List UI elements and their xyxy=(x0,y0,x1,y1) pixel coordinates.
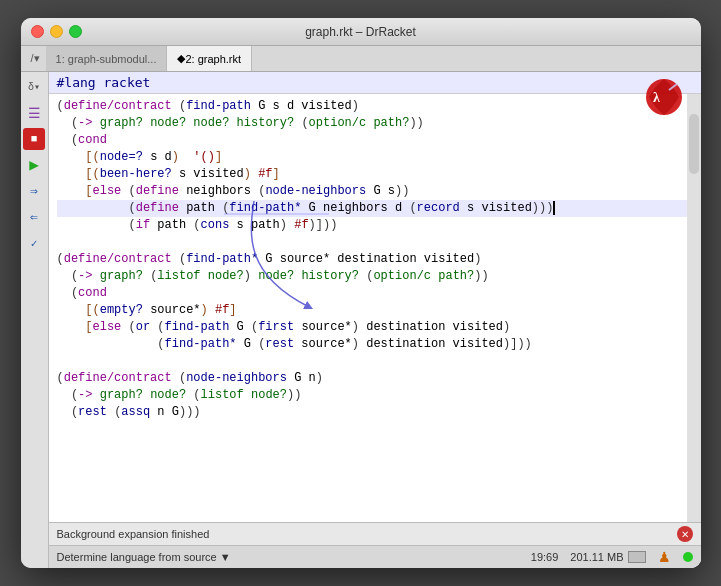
toggle-icon: /▾ xyxy=(31,52,40,65)
left-toolbar: δ▾ ☰ ■ ▶ ⇒ ⇐ ✓ xyxy=(21,72,49,568)
editor-area: λ #lang racket (define/contract (find-pa… xyxy=(49,72,701,568)
delta-button[interactable]: δ▾ xyxy=(23,76,45,98)
traffic-lights xyxy=(31,25,82,38)
status-message: Background expansion finished xyxy=(57,528,210,540)
status-text: Background expansion finished xyxy=(57,528,210,540)
code-line-11: (-> graph? (listof node?) node? history?… xyxy=(57,268,693,285)
check-syntax-button[interactable]: ✓ xyxy=(23,232,45,254)
status-indicator xyxy=(683,552,693,562)
code-line-19: (rest (assq n G))) xyxy=(57,404,693,421)
bottom-right-info: 19:69 201.11 MB ♟ xyxy=(531,549,693,565)
main-area: δ▾ ☰ ■ ▶ ⇒ ⇐ ✓ λ #lang racket xyxy=(21,72,701,568)
macro-stepper-button[interactable]: ☰ xyxy=(23,102,45,124)
code-line-10: (define/contract (find-path* G source* d… xyxy=(57,251,693,268)
code-line-5: [(been-here? s visited) #f] xyxy=(57,166,693,183)
status-bar: Background expansion finished ✕ xyxy=(49,522,701,545)
scrollbar-thumb[interactable] xyxy=(689,114,699,174)
code-line-17: (define/contract (node-neighbors G n) xyxy=(57,370,693,387)
memory-display: 201.11 MB xyxy=(570,551,645,563)
code-line-4: [(node=? s d) '()] xyxy=(57,149,693,166)
code-line-18: (-> graph? node? (listof node?)) xyxy=(57,387,693,404)
lang-select-arrow: ▼ xyxy=(220,551,231,563)
run-button[interactable]: ▶ xyxy=(23,154,45,176)
bottom-bar: Determine language from source ▼ 19:69 2… xyxy=(49,545,701,568)
code-line-2: (-> graph? node? node? history? (option/… xyxy=(57,115,693,132)
code-line-15: (find-path* G (rest source*) destination… xyxy=(57,336,693,353)
tab-bullet: ◆ xyxy=(177,52,185,65)
code-line-9 xyxy=(57,234,693,251)
titlebar: graph.rkt – DrRacket xyxy=(21,18,701,46)
code-line-13: [(empty? source*) #f] xyxy=(57,302,693,319)
step-button[interactable]: ⇒ xyxy=(23,180,45,202)
memory-indicator xyxy=(628,551,646,563)
stop-button[interactable]: ■ xyxy=(23,128,45,150)
code-line-7: (define path (find-path* G neighbors d (… xyxy=(57,200,693,217)
window-title: graph.rkt – DrRacket xyxy=(305,25,416,39)
maximize-button[interactable] xyxy=(69,25,82,38)
tab-label-1: 1: graph-submodul... xyxy=(56,53,157,65)
code-line-1: (define/contract (find-path G s d visite… xyxy=(57,98,693,115)
code-line-16 xyxy=(57,353,693,370)
tab-toggle[interactable]: /▾ xyxy=(25,46,46,71)
lang-bar: #lang racket xyxy=(49,72,701,94)
debug-button[interactable]: ⇐ xyxy=(23,206,45,228)
tabs-bar: /▾ 1: graph-submodul... ◆ 2: graph.rkt xyxy=(21,46,701,72)
code-line-8: (if path (cons s path) #f)])) xyxy=(57,217,693,234)
code-line-3: (cond xyxy=(57,132,693,149)
code-editor[interactable]: (define/contract (find-path G s d visite… xyxy=(49,94,701,522)
status-close-button[interactable]: ✕ xyxy=(677,526,693,542)
memory-text: 201.11 MB xyxy=(570,551,623,563)
language-selector[interactable]: Determine language from source ▼ xyxy=(57,551,231,563)
lang-text: #lang racket xyxy=(57,75,151,90)
code-line-14: [else (or (find-path G (first source*) d… xyxy=(57,319,693,336)
tab-graph-submodule[interactable]: 1: graph-submodul... xyxy=(46,46,168,71)
tab-graph-rkt[interactable]: ◆ 2: graph.rkt xyxy=(167,46,252,71)
minimize-button[interactable] xyxy=(50,25,63,38)
code-line-12: (cond xyxy=(57,285,693,302)
tab-label-2: 2: graph.rkt xyxy=(185,53,241,65)
main-window: graph.rkt – DrRacket /▾ 1: graph-submodu… xyxy=(21,18,701,568)
close-button[interactable] xyxy=(31,25,44,38)
code-line-6: [else (define neighbors (node-neighbors … xyxy=(57,183,693,200)
scrollbar-vertical[interactable] xyxy=(687,94,701,522)
lang-select-label: Determine language from source xyxy=(57,551,217,563)
time-display: 19:69 xyxy=(531,551,559,563)
user-icon: ♟ xyxy=(658,549,671,565)
